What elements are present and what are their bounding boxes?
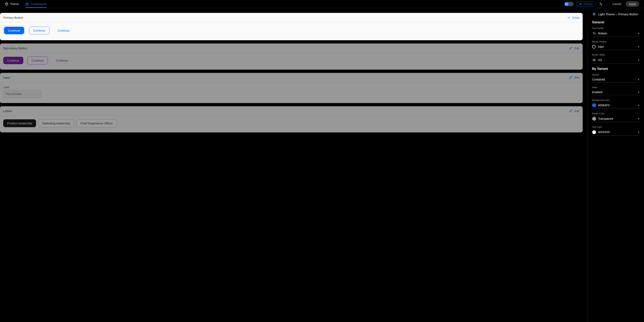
sample-button-contained[interactable]: Continue xyxy=(3,57,23,64)
components-icon xyxy=(25,2,29,6)
chevron-down-icon: ▼ xyxy=(638,33,640,35)
divider xyxy=(607,2,607,6)
chevron-down-icon: ▼ xyxy=(638,91,640,93)
chip[interactable]: Product leadership xyxy=(3,119,36,127)
circle-icon xyxy=(592,45,596,49)
prop-label: Font Family xyxy=(592,27,640,29)
edit-button[interactable]: Edit xyxy=(569,46,580,50)
svg-point-9 xyxy=(594,14,595,15)
link-off-icon xyxy=(565,3,568,6)
edit-button[interactable]: Edit xyxy=(569,76,580,79)
svg-rect-6 xyxy=(26,4,27,5)
tab-theme[interactable]: Theme xyxy=(5,0,19,8)
lines-icon xyxy=(592,58,596,62)
svg-point-3 xyxy=(7,4,8,4)
chevron-down-icon: ▼ xyxy=(638,104,640,107)
chip[interactable]: Chief Experience Officer xyxy=(76,119,117,127)
svg-point-2 xyxy=(6,3,7,4)
eye-icon xyxy=(579,3,582,6)
sun-icon xyxy=(592,12,596,16)
done-button[interactable]: Done xyxy=(567,16,580,19)
card-title: Primary Button xyxy=(3,16,23,19)
prop-label: Background Color xyxy=(592,99,640,101)
sample-button-text[interactable]: Continue xyxy=(54,27,74,34)
visibility-toggle[interactable] xyxy=(565,2,574,6)
sample-button-outlined[interactable]: Continue xyxy=(27,57,48,64)
action-label: Edit xyxy=(574,76,580,79)
swap-button[interactable] xyxy=(598,1,604,7)
color-swatch xyxy=(592,130,596,134)
card-labels: Labels Edit Product leadership Marketing… xyxy=(0,106,583,132)
tab-label: Theme xyxy=(10,3,19,6)
field-label: Label xyxy=(3,86,42,89)
sample-button-text[interactable]: Continue xyxy=(52,57,72,64)
swap-vert-icon xyxy=(599,2,603,6)
prop-label: Text Color xyxy=(592,126,640,128)
check-icon xyxy=(567,16,570,19)
prop-label: Variant xyxy=(592,74,640,76)
svg-point-1 xyxy=(6,4,6,4)
sample-input[interactable] xyxy=(3,90,42,98)
border-color-select[interactable]: Transparent ▼ xyxy=(592,116,640,122)
svg-point-8 xyxy=(580,4,581,5)
preview-button[interactable]: Preview xyxy=(576,2,596,7)
sample-button-contained[interactable]: Continue xyxy=(4,27,24,34)
prop-label: State xyxy=(592,86,640,89)
prop-label: Border Color xyxy=(592,112,640,115)
sample-button-outlined[interactable]: Continue xyxy=(29,27,50,35)
variant-select[interactable]: Contained ▼ xyxy=(592,77,640,83)
cancel-button[interactable]: Cancel xyxy=(610,2,623,7)
card-primary-button: Primary Button Done Continue Continue Co… xyxy=(0,13,583,40)
card-title: Input xyxy=(3,76,10,79)
action-label: Edit xyxy=(574,109,580,113)
action-label: Edit xyxy=(574,47,580,50)
svg-rect-4 xyxy=(26,3,27,4)
apply-button[interactable]: Apply xyxy=(626,1,639,7)
chevron-down-icon: ▼ xyxy=(638,59,640,61)
prop-label: Border Width xyxy=(592,54,640,56)
panel-title: Light Theme – Primary Button xyxy=(592,12,640,16)
top-bar: Theme Components Preview Cancel xyxy=(0,0,644,8)
prop-label: Border Radius xyxy=(592,41,640,43)
chevron-down-icon: ▼ xyxy=(638,118,640,120)
card-input: Input Edit Label xyxy=(0,73,583,103)
edit-button[interactable]: Edit xyxy=(569,109,580,113)
chevron-down-icon: ▼ xyxy=(638,79,640,81)
border-radius-select[interactable]: 10px ▼ xyxy=(592,44,640,50)
text-icon xyxy=(592,31,596,36)
preview-label: Preview xyxy=(584,3,593,6)
state-select[interactable]: Enabled ▼ xyxy=(592,90,640,95)
pencil-icon xyxy=(569,76,572,79)
action-label: Done xyxy=(572,16,580,19)
chevron-down-icon: ▼ xyxy=(638,46,640,48)
card-secondary-button: Secondary Button Edit Continue Continue … xyxy=(0,44,583,70)
color-swatch-transparent xyxy=(592,117,596,121)
svg-rect-5 xyxy=(27,4,28,5)
tab-components[interactable]: Components xyxy=(25,0,46,8)
card-title: Labels xyxy=(3,109,12,113)
canvas: Primary Button Done Continue Continue Co… xyxy=(0,8,588,322)
section-general: General xyxy=(592,21,640,24)
color-swatch xyxy=(592,103,596,107)
bg-color-select[interactable]: #006AF5 ▼ xyxy=(592,102,640,109)
palette-icon xyxy=(5,2,8,6)
pencil-icon xyxy=(569,46,572,50)
text-color-select[interactable]: #FFFFFF ▼ xyxy=(592,129,640,136)
section-by-variant: By Variant xyxy=(592,67,640,71)
font-family-select[interactable]: Roboto ▼ xyxy=(592,31,640,37)
border-width-select[interactable]: XS ▼ xyxy=(592,57,640,63)
card-title: Secondary Button xyxy=(3,47,27,50)
chip[interactable]: Marketing leadership xyxy=(38,119,74,127)
tab-label: Components xyxy=(30,3,46,6)
chevron-down-icon: ▼ xyxy=(638,131,640,133)
pencil-icon xyxy=(569,109,572,113)
selected-variant[interactable]: Continue xyxy=(3,26,25,35)
properties-panel: Light Theme – Primary Button General Fon… xyxy=(588,8,644,322)
